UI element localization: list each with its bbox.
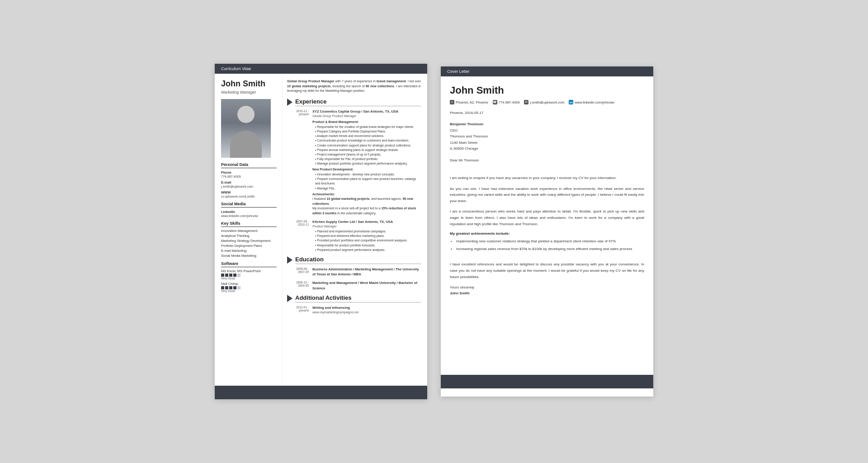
- dot: [229, 274, 232, 277]
- exp-content-1: XYZ Cosmetics Capital Group / San Antoni…: [312, 109, 421, 216]
- exp-bullet: • Responsible for product portfolio fore…: [312, 243, 421, 248]
- skill-item: Innovation Management: [221, 229, 277, 233]
- cl-signature: John Smith: [450, 291, 644, 295]
- cl-closing: Yours sincerely: [450, 285, 644, 289]
- dot: [225, 286, 228, 289]
- dot-empty: [237, 274, 241, 277]
- exp-bullet: • Communicate product knowledge to custo…: [312, 138, 421, 143]
- social-media-title: Social Media: [221, 202, 277, 208]
- cover-letter-document: Cover Letter John Smith ⊙ Phoenix, AZ, P…: [441, 66, 653, 397]
- additional-arrow-icon: [287, 295, 292, 302]
- experience-arrow-icon: [287, 99, 292, 106]
- dot: [221, 286, 224, 289]
- edu-content-2: Marketing and Management / West Miami Un…: [312, 280, 421, 291]
- location-icon: ⊙: [450, 100, 454, 104]
- additional-title: Additional Activities: [295, 294, 421, 302]
- exp-bullet: • Prepare communication plans to support…: [312, 177, 421, 186]
- cv-job-title: Marketing Manager: [221, 90, 277, 94]
- cl-phone: ☎ 774-987-4009: [493, 100, 520, 104]
- software-rating-2: Very Good: [221, 289, 277, 293]
- cl-body: John Smith ⊙ Phoenix, AZ, Phoenix ☎ 774-…: [441, 76, 653, 375]
- phone-icon: ☎: [493, 100, 497, 104]
- email-label: E-mail: [221, 180, 277, 184]
- email-value: j.smith@uptowork.com: [221, 185, 277, 188]
- cl-recipient: Benjamin Thomson CEO Thomson and Thomson…: [450, 121, 644, 152]
- cl-email: ✉ j.smith@uptowork.com: [524, 100, 564, 104]
- software-dots-2: [221, 286, 277, 289]
- cl-paragraph-1: I am writing to enquire if you have any …: [450, 175, 644, 181]
- education-header: Education: [287, 256, 421, 264]
- software-item-1: MS Excel, MS PowerPoint: [221, 269, 277, 273]
- skill-item: Analytical Thinking: [221, 234, 277, 238]
- www-label: WWW: [221, 190, 277, 194]
- edu-dates-2: 2000-10 -2004-05: [287, 280, 309, 291]
- exp-bullet: • Prepared product segment performance a…: [312, 248, 421, 252]
- additional-content-1: Writing and Influencing www.mymarketingc…: [312, 305, 421, 315]
- cl-phone-text: 774-987-4009: [499, 100, 520, 104]
- edu-degree-1: Business Administration / Marketing Mana…: [312, 267, 421, 277]
- cv-summary: Global Group Product Manager with 7 year…: [287, 79, 421, 94]
- exp-bullet: • Innovation development - develop new p…: [312, 172, 421, 177]
- linkedin-icon: in: [569, 100, 573, 104]
- cl-location: ⊙ Phoenix, AZ, Phoenix: [450, 100, 488, 104]
- exp-bullet: • Prepared and delivered effective marke…: [312, 234, 421, 238]
- experience-header: Experience: [287, 98, 421, 106]
- exp-company-2: Kitchen Supply Center Ltd / San Antonio,…: [312, 219, 421, 224]
- exp-bullet: • Create communication support plans for…: [312, 143, 421, 148]
- exp-dates-2: 2007-09 -2010-11: [287, 219, 309, 252]
- cv-main-content: Global Group Product Manager with 7 year…: [283, 74, 427, 386]
- additional-entry-1: 2012-01 -present Writing and Influencing…: [287, 305, 421, 315]
- phone-value: 774-987-4009: [221, 175, 277, 178]
- recipient-address: 1140 Main Street: [450, 140, 644, 146]
- cl-paragraph-3: I am a conscientious person who works ha…: [450, 208, 644, 227]
- additional-link-1: www.mymarketingcampaigns.me: [312, 310, 421, 315]
- exp-sub-title-npd: New Product Development:: [312, 167, 421, 172]
- exp-bullet: • Fully responsible for P&L of product p…: [312, 157, 421, 161]
- dot-empty: [237, 286, 241, 289]
- cl-closing-paragraph: I have excellent references and would be…: [450, 261, 644, 280]
- exp-bullet: • Responsible for the creation of global…: [312, 125, 421, 129]
- exp-content-2: Kitchen Supply Center Ltd / San Antonio,…: [312, 219, 421, 252]
- skill-item: E-mail Marketing: [221, 249, 277, 253]
- cv-header-label: Curriculum Vitae: [221, 66, 251, 71]
- cv-document: Curriculum Vitae John Smith Marketing Ma…: [215, 64, 427, 399]
- exp-bullet: • Provided product portfolios and compet…: [312, 238, 421, 243]
- software-title: Software: [221, 261, 277, 267]
- dot: [229, 286, 232, 289]
- exp-position-2: Product Manager: [312, 224, 421, 229]
- cl-header-bar: Cover Letter: [441, 66, 653, 76]
- software-item-2: Mail Chimp: [221, 282, 277, 286]
- exp-bullet: • Project management (teams of up to 5 p…: [312, 152, 421, 157]
- exp-company-1: XYZ Cosmetics Capital Group / San Antoni…: [312, 109, 421, 114]
- additional-dates-1: 2012-01 -present: [287, 305, 309, 315]
- recipient-title: CEO: [450, 128, 644, 134]
- cv-bottom-bar: [215, 386, 427, 399]
- email-icon: ✉: [524, 100, 528, 104]
- phone-label: Phone: [221, 170, 277, 175]
- software-dots-1: [221, 274, 277, 277]
- dot: [225, 274, 228, 277]
- cl-achievements-title: My greatest achievements include:: [450, 232, 644, 236]
- exp-dates-1: 2010-12 -present: [287, 109, 309, 216]
- cl-linkedin: in www.linkedin.com/johnutw: [569, 100, 614, 104]
- exp-bullet: • Manage product portfolio (product segm…: [312, 161, 421, 166]
- exp-achievements-text: I finalized 10 global marketing projects…: [312, 197, 421, 206]
- exp-entry-2: 2007-09 -2010-11 Kitchen Supply Center L…: [287, 219, 421, 252]
- software-rating-1: Very Good: [221, 277, 277, 280]
- cl-location-text: Phoenix, AZ, Phoenix: [456, 100, 488, 104]
- exp-sub-title-achievements: Achievements:: [312, 192, 421, 197]
- cv-name: John Smith: [221, 79, 277, 89]
- additional-header: Additional Activities: [287, 294, 421, 302]
- additional-title-1: Writing and Influencing: [312, 305, 421, 310]
- cl-paragraph-2: As you can see, I have had extensive vac…: [450, 186, 644, 204]
- exp-bullet: • Manage P&L.: [312, 186, 421, 191]
- recipient-city: IL 60605 Chicago: [450, 146, 644, 152]
- skill-item: Social Media Marketing: [221, 254, 277, 258]
- dot: [233, 286, 236, 289]
- exp-entry-1: 2010-12 -present XYZ Cosmetics Capital G…: [287, 109, 421, 216]
- cl-bottom-bar: [441, 375, 653, 388]
- edu-content-1: Business Administration / Marketing Mana…: [312, 267, 421, 277]
- cl-achievement-2: Increasing regional sales revenue from $…: [450, 246, 644, 252]
- personal-data-title: Personal Data: [221, 162, 277, 168]
- linkedin-value: www.linkedin.com/johnutw: [221, 214, 277, 217]
